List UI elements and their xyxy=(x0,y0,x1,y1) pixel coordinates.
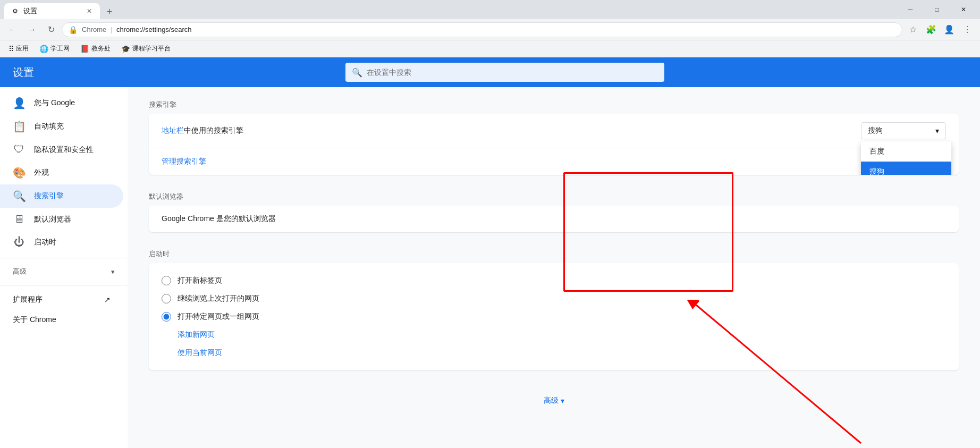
advanced-chevron-icon: ▾ xyxy=(111,268,115,276)
radio-specific[interactable] xyxy=(162,312,171,322)
address-bar[interactable]: 🔒 Chrome | chrome://settings/search xyxy=(62,22,902,37)
radio-continue-label: 继续浏览上次打开的网页 xyxy=(178,294,259,303)
sidebar-item-appearance[interactable]: 🎨 外观 xyxy=(0,161,123,184)
sidebar-label-browser: 默认浏览器 xyxy=(34,215,71,224)
add-page-link[interactable]: 添加新网页 xyxy=(178,326,215,344)
radio-specific-label: 打开特定网页或一组网页 xyxy=(178,312,259,322)
sidebar-label-extensions: 扩展程序 xyxy=(13,295,43,305)
startup-icon: ⏻ xyxy=(13,236,26,248)
tab-close-button[interactable]: ✕ xyxy=(85,7,94,15)
title-bar: ⚙ 设置 ✕ + ─ □ ✕ xyxy=(0,0,980,19)
sidebar-item-autofill[interactable]: 📋 自动填充 xyxy=(0,115,123,138)
jiaowuchu-icon: 📕 xyxy=(80,45,89,53)
sidebar-label-google: 您与 Google xyxy=(34,98,75,108)
startup-radio-newtab[interactable]: 打开新标签页 xyxy=(162,272,946,290)
address-bar-search-row: 地址栏中使用的搜索引擎 搜狗 ▾ xyxy=(149,114,959,148)
search-engine-dropdown[interactable]: 搜狗 ▾ xyxy=(861,122,946,139)
settings-page-title: 设置 xyxy=(13,65,34,80)
window-controls: ─ □ ✕ xyxy=(898,1,976,18)
sidebar-item-about[interactable]: 关于 Chrome xyxy=(0,310,123,330)
forward-button[interactable]: → xyxy=(23,21,40,38)
maximize-button[interactable]: □ xyxy=(925,1,949,18)
settings-search-input[interactable] xyxy=(345,63,664,82)
privacy-icon: 🛡 xyxy=(13,143,26,156)
xuegong-icon: 🌐 xyxy=(39,45,48,53)
bookmark-button[interactable]: ☆ xyxy=(905,21,922,38)
dropdown-option-baidu[interactable]: 百度 xyxy=(861,141,951,162)
search-engine-card: 地址栏中使用的搜索引擎 搜狗 ▾ xyxy=(149,114,959,175)
bottom-advanced-icon: ▾ xyxy=(561,396,564,405)
chrome-label: Chrome xyxy=(82,26,106,33)
account-button[interactable]: 👤 xyxy=(941,21,958,38)
search-engine-dropdown-wrapper: 搜狗 ▾ 百度 搜狗 Google 360 B xyxy=(861,122,946,139)
startup-radio-specific[interactable]: 打开特定网页或一组网页 xyxy=(162,308,946,326)
manage-search-link[interactable]: 管理搜索引擎 xyxy=(162,157,206,165)
radio-newtab[interactable] xyxy=(162,276,171,285)
sidebar-item-startup[interactable]: ⏻ 启动时 xyxy=(0,231,123,253)
sidebar-label-startup: 启动时 xyxy=(34,238,56,247)
tab-favicon: ⚙ xyxy=(11,7,19,15)
startup-radio-continue[interactable]: 继续浏览上次打开的网页 xyxy=(162,290,946,308)
dropdown-option-sougou[interactable]: 搜狗 xyxy=(861,162,951,175)
apps-label: 应用 xyxy=(16,44,29,53)
sidebar-item-privacy[interactable]: 🛡 隐私设置和安全性 xyxy=(0,138,123,161)
nav-bar: ← → ↻ 🔒 Chrome | chrome://settings/searc… xyxy=(0,19,980,40)
search-engine-section: 搜索引擎 地址栏中使用的搜索引擎 搜狗 ▾ xyxy=(149,100,959,175)
address-bar-link[interactable]: 地址栏 xyxy=(162,126,184,134)
sidebar-advanced-button[interactable]: 高级 ▾ xyxy=(13,267,115,276)
radio-continue[interactable] xyxy=(162,294,171,303)
address-separator: | xyxy=(111,26,114,33)
extensions-external-icon: ↗ xyxy=(104,295,111,304)
startup-card: 打开新标签页 继续浏览上次打开的网页 打开特定网页或一组网页 添加新网页 xyxy=(149,263,959,370)
search-engine-control: 搜狗 ▾ 百度 搜狗 Google 360 B xyxy=(861,122,946,139)
menu-button[interactable]: ⋮ xyxy=(959,21,976,38)
active-tab[interactable]: ⚙ 设置 ✕ xyxy=(4,3,100,19)
url-text: chrome://settings/search xyxy=(116,26,192,33)
sidebar-item-google[interactable]: 👤 您与 Google xyxy=(0,91,123,115)
sidebar-label-search: 搜索引擎 xyxy=(34,191,64,201)
browser-icon: 🖥 xyxy=(13,213,26,225)
bottom-advanced-button[interactable]: 高级 ▾ xyxy=(149,387,959,414)
refresh-button[interactable]: ↻ xyxy=(43,21,60,38)
startup-section-title: 启动时 xyxy=(149,249,959,259)
bookmark-kecheng[interactable]: 🎓 课程学习平台 xyxy=(117,42,175,55)
sidebar-label-about: 关于 Chrome xyxy=(13,315,56,325)
startup-section: 启动时 打开新标签页 继续浏览上次打开的网页 打开特定网页或一组网页 xyxy=(149,249,959,370)
appearance-icon: 🎨 xyxy=(13,166,26,179)
minimize-button[interactable]: ─ xyxy=(898,1,923,18)
new-tab-button[interactable]: + xyxy=(102,4,117,19)
kecheng-label: 课程学习平台 xyxy=(132,44,171,53)
search-engine-section-title: 搜索引擎 xyxy=(149,100,959,109)
default-browser-card: Google Chrome 是您的默认浏览器 xyxy=(149,206,959,232)
sidebar-item-search[interactable]: 🔍 搜索引擎 xyxy=(0,184,123,208)
autofill-icon: 📋 xyxy=(13,120,26,133)
jiaowuchu-label: 教务处 xyxy=(91,44,111,53)
address-text: Chrome | chrome://settings/search xyxy=(82,26,895,33)
sidebar-divider xyxy=(0,258,128,258)
page-frame: 设置 🔍 👤 您与 Google 📋 自动填充 🛡 隐私设 xyxy=(0,57,980,448)
xuegong-label: 学工网 xyxy=(50,44,70,53)
dropdown-arrow-icon: ▾ xyxy=(935,126,939,135)
manage-search-engines-row[interactable]: 管理搜索引擎 xyxy=(149,148,959,175)
tab-area: ⚙ 设置 ✕ + xyxy=(4,0,896,19)
main-content: 搜索引擎 地址栏中使用的搜索引擎 搜狗 ▾ xyxy=(128,87,980,448)
bookmark-xuegong[interactable]: 🌐 学工网 xyxy=(35,42,74,55)
settings-search-box[interactable]: 🔍 xyxy=(345,63,664,82)
bookmark-jiaowuchu[interactable]: 📕 教务处 xyxy=(76,42,115,55)
browser-window: ⚙ 设置 ✕ + ─ □ ✕ ← → ↻ 🔒 Chrome | chrome:/… xyxy=(0,0,980,448)
sidebar-item-extensions[interactable]: 扩展程序 ↗ xyxy=(0,290,123,310)
address-bar-search-label: 地址栏中使用的搜索引擎 xyxy=(162,126,861,136)
search-engine-icon: 🔍 xyxy=(13,190,26,202)
bookmark-apps[interactable]: ⠿ 应用 xyxy=(4,42,33,55)
page-content: 👤 您与 Google 📋 自动填充 🛡 隐私设置和安全性 🎨 外观 🔍 xyxy=(0,87,980,448)
sidebar-advanced-section: 高级 ▾ xyxy=(0,263,128,281)
use-current-link[interactable]: 使用当前网页 xyxy=(178,344,222,362)
bookmarks-bar: ⠿ 应用 🌐 学工网 📕 教务处 🎓 课程学习平台 xyxy=(0,40,980,57)
address-bar-text: 中使用的搜索引擎 xyxy=(184,126,243,134)
close-button[interactable]: ✕ xyxy=(951,1,976,18)
sidebar-item-browser[interactable]: 🖥 默认浏览器 xyxy=(0,208,123,231)
extensions-button[interactable]: 🧩 xyxy=(923,21,940,38)
back-button[interactable]: ← xyxy=(4,21,21,38)
sidebar: 👤 您与 Google 📋 自动填充 🛡 隐私设置和安全性 🎨 外观 🔍 xyxy=(0,87,128,448)
search-engine-dropdown-menu: 百度 搜狗 Google 360 Bing xyxy=(861,141,951,175)
